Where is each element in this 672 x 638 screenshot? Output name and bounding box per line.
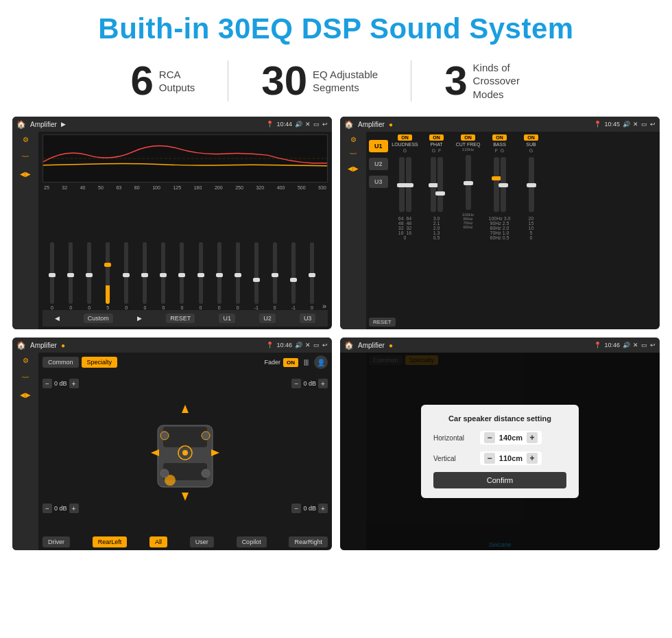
db-control-bl: − 0 dB + xyxy=(43,504,79,513)
u2-select-button[interactable]: U2 xyxy=(369,158,388,170)
driver-button[interactable]: Driver xyxy=(43,536,70,547)
bass-on-badge[interactable]: ON xyxy=(492,134,507,141)
fader-time: 10:46 xyxy=(276,342,292,348)
eq-slider-9[interactable]: 0 xyxy=(193,242,209,310)
eq-sidebar-icon-2[interactable]: 〰 xyxy=(22,153,29,161)
stat-eq-number: 30 xyxy=(261,60,307,102)
home-icon[interactable]: 🏠 xyxy=(16,120,26,129)
dialog-screen-body: Common Specialty Car speaker distance se… xyxy=(340,353,660,550)
crossover-content: U1 U2 U3 ON LOUDNESS G xyxy=(369,134,657,316)
rearleft-button[interactable]: RearLeft xyxy=(93,536,128,547)
eq-graph xyxy=(43,134,328,182)
dialog-x-icon[interactable]: ✕ xyxy=(633,342,638,348)
db-minus-tr[interactable]: − xyxy=(291,379,301,388)
db-plus-tl[interactable]: + xyxy=(69,379,79,388)
eq-slider-10[interactable]: 0 xyxy=(211,242,228,310)
copilot-button[interactable]: Copilot xyxy=(237,536,267,547)
eq-slider-12[interactable]: -1 xyxy=(248,242,265,310)
confirm-button[interactable]: Confirm xyxy=(433,472,566,488)
vertical-plus[interactable]: + xyxy=(527,453,538,464)
dialog-home-icon[interactable]: 🏠 xyxy=(344,341,354,350)
crossover-sidebar-icon-3[interactable]: ◀▶ xyxy=(348,165,359,172)
u2-button[interactable]: U2 xyxy=(259,314,276,323)
horizontal-value: 140cm xyxy=(498,434,524,442)
vertical-minus[interactable]: − xyxy=(484,453,495,464)
eq-slider-15[interactable]: 0 xyxy=(304,242,320,310)
crossover-back-icon[interactable]: ↩ xyxy=(650,121,656,128)
x-icon[interactable]: ✕ xyxy=(305,121,311,128)
common-tab[interactable]: Common xyxy=(43,357,79,368)
crossover-reset-button[interactable]: RESET xyxy=(369,318,396,327)
user-icon-button[interactable]: 👤 xyxy=(314,355,328,369)
eq-slider-13[interactable]: 0 xyxy=(267,242,283,310)
crossover-window-icon[interactable]: ▭ xyxy=(641,121,647,128)
screenshots-grid: 🏠 Amplifier ▶ 📍 10:44 🔊 ✕ ▭ ↩ ⚙ 〰 ◀▶ xyxy=(0,111,672,556)
eq-slider-3[interactable]: 0 xyxy=(81,242,97,310)
prev-icon[interactable]: ◀ xyxy=(55,315,60,322)
u1-select-button[interactable]: U1 xyxy=(369,140,388,152)
u1-button[interactable]: U1 xyxy=(219,314,235,323)
crossover-main: U1 U2 U3 ON LOUDNESS G xyxy=(366,132,660,329)
u3-select-button[interactable]: U3 xyxy=(369,176,388,188)
window-icon[interactable]: ▭ xyxy=(313,121,320,128)
eq-sidebar-icon-1[interactable]: ⚙ xyxy=(23,136,29,143)
vertical-label: Vertical xyxy=(433,455,475,462)
crossover-sidebar-icon-1[interactable]: ⚙ xyxy=(350,136,357,143)
reset-button[interactable]: RESET xyxy=(166,314,195,323)
fader-window-icon[interactable]: ▭ xyxy=(313,342,320,348)
eq-sliders: 0 0 0 5 0 xyxy=(43,193,328,310)
eq-bottom-bar: ◀ Custom ▶ RESET U1 U2 U3 xyxy=(43,310,328,327)
fader-home-icon[interactable]: 🏠 xyxy=(16,341,26,350)
eq-slider-1[interactable]: 0 xyxy=(44,242,60,310)
back-icon[interactable]: ↩ xyxy=(322,121,328,128)
eq-slider-11[interactable]: 0 xyxy=(230,242,246,310)
horizontal-minus[interactable]: − xyxy=(484,432,495,443)
db-plus-br[interactable]: + xyxy=(318,504,328,513)
eq-slider-5[interactable]: 0 xyxy=(118,242,134,310)
phat-control: ON PHAT G F 3.0 2.1 2.0 1.3 0.5 xyxy=(422,134,451,316)
dialog-window-icon[interactable]: ▭ xyxy=(641,342,647,348)
u-buttons: U1 U2 U3 xyxy=(369,134,388,316)
tab-row: Common Specialty Fader ON ||| 👤 xyxy=(43,355,328,369)
db-plus-tr[interactable]: + xyxy=(318,379,328,388)
crossover-home-icon[interactable]: 🏠 xyxy=(344,120,354,129)
phat-on-badge[interactable]: ON xyxy=(429,134,444,141)
custom-button[interactable]: Custom xyxy=(84,314,113,323)
db-minus-br[interactable]: − xyxy=(291,504,301,513)
speaker-icon: 🔊 xyxy=(295,121,302,128)
sub-on-badge[interactable]: ON xyxy=(524,134,538,141)
eq-slider-8[interactable]: 0 xyxy=(173,242,190,310)
eq-slider-2[interactable]: 0 xyxy=(62,242,79,310)
db-minus-tl[interactable]: − xyxy=(43,379,52,388)
specialty-tab[interactable]: Specialty xyxy=(82,357,118,368)
fader-sidebar-icon-1[interactable]: ⚙ xyxy=(23,357,29,364)
eq-slider-14[interactable]: -1 xyxy=(285,242,302,310)
dialog-back-icon[interactable]: ↩ xyxy=(650,342,656,348)
rearright-button[interactable]: RearRight xyxy=(289,536,328,547)
db-plus-bl[interactable]: + xyxy=(69,504,79,513)
svg-point-14 xyxy=(202,469,210,477)
eq-slider-7[interactable]: 0 xyxy=(155,242,171,310)
fader-speaker-icon: 🔊 xyxy=(295,342,302,348)
fader-back-icon[interactable]: ↩ xyxy=(322,342,328,348)
fader-bars-icon: ||| xyxy=(304,359,309,366)
loudness-on-badge[interactable]: ON xyxy=(398,134,412,141)
fader-on-toggle[interactable]: ON xyxy=(283,358,298,367)
crossover-x-icon[interactable]: ✕ xyxy=(633,121,638,128)
cutfreq-on-badge[interactable]: ON xyxy=(461,134,475,141)
horizontal-plus[interactable]: + xyxy=(527,432,538,443)
eq-sidebar-icon-3[interactable]: ◀▶ xyxy=(20,170,31,178)
all-button[interactable]: All xyxy=(149,536,167,547)
db-minus-bl[interactable]: − xyxy=(43,504,52,513)
next-icon[interactable]: ▶ xyxy=(137,315,142,322)
bottom-buttons: Driver RearLeft All User Copilot RearRig… xyxy=(43,536,328,547)
eq-slider-4[interactable]: 5 xyxy=(99,242,116,310)
fader-sidebar-icon-2[interactable]: 〰 xyxy=(22,374,29,381)
expand-icon[interactable]: » xyxy=(322,302,326,310)
user-button[interactable]: User xyxy=(190,536,214,547)
u3-button[interactable]: U3 xyxy=(300,314,316,323)
fader-x-icon[interactable]: ✕ xyxy=(305,342,311,348)
fader-sidebar-icon-3[interactable]: ◀▶ xyxy=(20,391,31,399)
crossover-sidebar-icon-2[interactable]: 〰 xyxy=(350,150,357,158)
eq-slider-6[interactable]: 0 xyxy=(136,242,153,310)
